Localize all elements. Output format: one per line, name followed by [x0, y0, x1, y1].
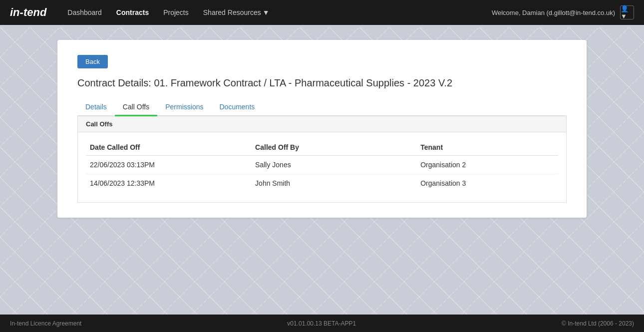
call-offs-table-container: Date Called Off Called Off By Tenant 22/…	[77, 132, 567, 203]
nav-contracts[interactable]: Contracts	[110, 5, 155, 19]
tab-details[interactable]: Details	[77, 99, 115, 116]
nav-projects[interactable]: Projects	[157, 5, 195, 19]
user-icon: 👤 ▼	[621, 5, 634, 20]
tab-documents[interactable]: Documents	[211, 99, 263, 116]
table-body: 22/06/2023 03:13PMSally JonesOrganisatio…	[86, 156, 558, 193]
cell-called-by: John Smith	[251, 174, 416, 193]
col-header-date: Date Called Off	[86, 137, 251, 156]
nav-links: Dashboard Contracts Projects Shared Reso…	[61, 5, 492, 19]
col-header-called-by: Called Off By	[251, 137, 416, 156]
dropdown-caret-icon: ▼	[263, 8, 270, 16]
welcome-text: Welcome, Damian (d.gillott@in-tend.co.uk…	[492, 9, 615, 16]
footer-version: v01.01.00.13 BETA-APP1	[287, 320, 356, 327]
brand-logo[interactable]: in-tend	[10, 6, 46, 19]
back-button[interactable]: Back	[77, 55, 108, 68]
call-offs-table: Date Called Off Called Off By Tenant 22/…	[86, 137, 558, 192]
nav-dashboard[interactable]: Dashboard	[61, 5, 108, 19]
content-card: Back Contract Details: 01. Framework Con…	[57, 40, 587, 218]
footer-copyright: © In-tend Ltd (2006 - 2023)	[562, 320, 634, 327]
cell-date: 22/06/2023 03:13PM	[86, 156, 251, 174]
footer-licence[interactable]: In-tend Licence Agreement	[10, 320, 81, 327]
cell-date: 14/06/2023 12:33PM	[86, 174, 251, 193]
user-menu-button[interactable]: 👤 ▼	[620, 5, 634, 19]
nav-shared-resources-label: Shared Resources	[203, 8, 261, 16]
footer: In-tend Licence Agreement v01.01.00.13 B…	[0, 315, 644, 332]
cell-tenant: Organisation 2	[416, 156, 558, 174]
cell-called-by: Sally Jones	[251, 156, 416, 174]
table-row: 22/06/2023 03:13PMSally JonesOrganisatio…	[86, 156, 558, 174]
table-header-row: Date Called Off Called Off By Tenant	[86, 137, 558, 156]
col-header-tenant: Tenant	[416, 137, 558, 156]
table-row: 14/06/2023 12:33PMJohn SmithOrganisation…	[86, 174, 558, 193]
tab-call-offs[interactable]: Call Offs	[115, 99, 157, 116]
nav-right: Welcome, Damian (d.gillott@in-tend.co.uk…	[492, 5, 634, 19]
navbar: in-tend Dashboard Contracts Projects Sha…	[0, 0, 644, 25]
section-header: Call Offs	[77, 116, 567, 132]
tab-permissions[interactable]: Permissions	[157, 99, 211, 116]
tab-bar: Details Call Offs Permissions Documents	[77, 99, 567, 116]
cell-tenant: Organisation 3	[416, 174, 558, 193]
page-title: Contract Details: 01. Framework Contract…	[77, 77, 567, 89]
main-content: Back Contract Details: 01. Framework Con…	[0, 25, 644, 315]
nav-shared-resources[interactable]: Shared Resources ▼	[197, 5, 276, 19]
